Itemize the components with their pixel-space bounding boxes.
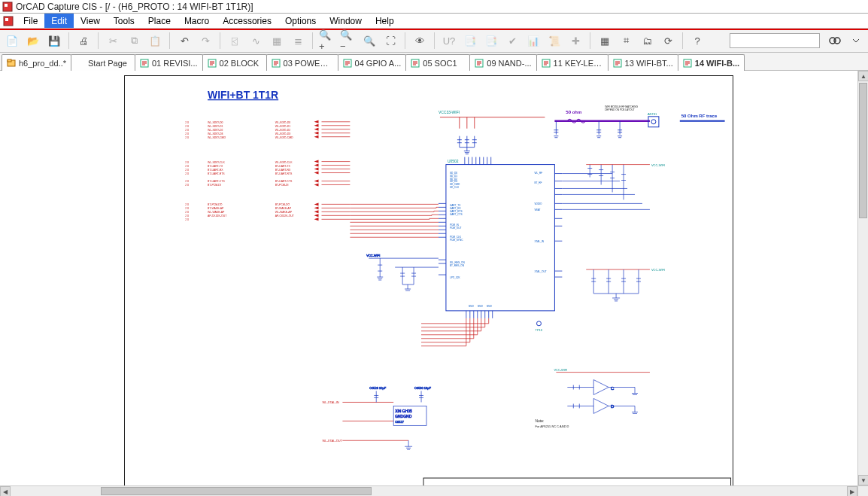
svg-text:BT_REG_ON: BT_REG_ON [450, 264, 465, 267]
tab-9[interactable]: 13 WIFI-BT... [608, 54, 678, 71]
search-input[interactable] [730, 33, 820, 48]
menu-tools[interactable]: Tools [107, 14, 141, 28]
svg-text:WL-SDIO-CLK: WL-SDIO-CLK [275, 161, 293, 164]
svg-text:2 0: 2 0 [185, 169, 189, 172]
schematic-page-icon [272, 59, 281, 68]
app-icon [2, 2, 13, 12]
menu-file[interactable]: File [17, 14, 44, 28]
svg-text:WL-SDIO-D1: WL-SDIO-D1 [208, 125, 223, 128]
svg-text:WL-SDIO-D3: WL-SDIO-D3 [208, 132, 223, 135]
annotate-icon: 📑 [461, 32, 479, 50]
project-icon[interactable]: 🗂 [638, 32, 656, 50]
tab-0[interactable]: h6_pro_dd..* [2, 54, 71, 71]
help-icon[interactable]: ? [688, 32, 706, 50]
vertical-scrollbar[interactable]: ▲ ▼ [857, 71, 868, 485]
menu-help[interactable]: Help [369, 14, 401, 28]
svg-rect-152 [423, 478, 731, 485]
svg-text:BT-UART-RX: BT-UART-RX [208, 169, 223, 172]
menu-view[interactable]: View [74, 14, 107, 28]
schematic-page-icon [140, 59, 149, 68]
window-title: OrCAD Capture CIS - [/ - (H6_PROTO : 14 … [16, 2, 253, 12]
svg-text:BT-UART-TX: BT-UART-TX [208, 165, 223, 168]
schematic-page-icon [208, 59, 217, 68]
svg-text:PCM_SYNC: PCM_SYNC [450, 239, 463, 242]
scroll-up-icon[interactable]: ▲ [858, 71, 868, 81]
print-icon[interactable]: 🖨 [74, 32, 93, 50]
svg-text:C0529 10pF: C0529 10pF [369, 386, 386, 390]
svg-rect-58 [648, 117, 659, 127]
scroll-right-icon[interactable]: ▶ [847, 486, 857, 496]
svg-text:2 0: 2 0 [185, 165, 189, 168]
undo-icon[interactable]: ↶ [175, 32, 193, 50]
zoom-out-icon[interactable]: 🔍− [339, 32, 357, 50]
new-icon[interactable]: 📄 [3, 32, 21, 50]
h-scroll-thumb[interactable] [101, 487, 372, 495]
scroll-left-icon[interactable]: ◀ [0, 486, 11, 496]
zoom-area-icon[interactable]: 🔍 [360, 32, 378, 50]
bom-icon: 📊 [524, 32, 542, 50]
svg-text:PCM_OUT: PCM_OUT [450, 227, 462, 230]
menu-macro[interactable]: Macro [178, 14, 216, 28]
tab-8[interactable]: 11 KEY-LED... [536, 54, 609, 71]
tab-label: h6_pro_dd..* [19, 59, 66, 68]
schematic-page-icon [542, 59, 551, 68]
svg-point-59 [651, 120, 656, 124]
horizontal-scrollbar[interactable]: ◀ ▶ [0, 485, 857, 496]
menu-options[interactable]: Options [278, 14, 323, 28]
grid-icon[interactable]: ▦ [596, 32, 614, 50]
tab-2[interactable]: 01 REVISI... [135, 54, 203, 71]
svg-rect-7 [8, 59, 11, 62]
schematic-canvas[interactable]: WIFI+BT 1T1R U0502 [0, 71, 857, 485]
tab-1[interactable]: Start Page [71, 54, 135, 71]
tab-4[interactable]: 03 POWER ... [266, 54, 338, 71]
menu-accessories[interactable]: Accessories [216, 14, 278, 28]
svg-text:2 0: 2 0 [185, 215, 189, 218]
app-menu-icon[interactable] [0, 14, 17, 28]
menu-place[interactable]: Place [141, 14, 178, 28]
tab-3[interactable]: 02 BLOCK [202, 54, 267, 71]
tab-label: 03 POWER ... [284, 59, 333, 68]
svg-text:BT-PCM-DI: BT-PCM-DI [275, 184, 289, 187]
note-title: Note: [535, 418, 544, 423]
snap-icon[interactable]: ⌗ [617, 32, 635, 50]
schematic-page-icon [411, 59, 420, 68]
svg-text:D: D [611, 404, 615, 409]
menu-edit[interactable]: Edit [44, 14, 74, 28]
zoom-in-icon[interactable]: 🔍+ [318, 32, 336, 50]
sd-bus-wires [322, 122, 351, 220]
binoculars-icon[interactable] [826, 32, 844, 50]
save-icon[interactable]: 💾 [45, 32, 63, 50]
scroll-down-icon[interactable]: ▼ [858, 475, 868, 485]
svg-text:WL-XTAL-IN: WL-XTAL-IN [323, 400, 339, 404]
view-icon[interactable]: 👁 [411, 32, 429, 50]
main-toolbar: 📄📂💾🖨✂⧉📋↶↷⍃∿▦≣🔍+🔍−🔍⛶👁U?📑📑✔📊📜✚▦⌗🗂⟳? [0, 29, 868, 53]
title-block: AllWinner Technology Co.,Ltd [423, 478, 731, 485]
back-annotate-icon: 📑 [482, 32, 500, 50]
tab-label: 14 WIFI-B... [695, 59, 739, 68]
tab-5[interactable]: 04 GPIO A... [338, 54, 407, 71]
tab-label: 05 SOC1 [423, 59, 465, 68]
svg-text:VBAT: VBAT [534, 208, 540, 211]
macro-icon[interactable]: ⟳ [659, 32, 677, 50]
v-scroll-thumb[interactable] [859, 83, 867, 218]
tab-label: 01 REVISI... [152, 59, 198, 68]
svg-text:2 0: 2 0 [185, 121, 189, 124]
open-icon[interactable]: 📂 [24, 32, 42, 50]
project-icon [7, 59, 16, 68]
schematic-page-icon [475, 59, 484, 68]
menu-window[interactable]: Window [323, 14, 369, 28]
tab-7[interactable]: 09 NAND-... [469, 54, 536, 71]
svg-text:WL-SDIO-CLK: WL-SDIO-CLK [208, 161, 225, 164]
dropdown-icon[interactable] [847, 32, 865, 50]
svg-text:WL-SDIO-D0: WL-SDIO-D0 [275, 121, 290, 124]
svg-text:2 0: 2 0 [185, 207, 189, 210]
svg-text:2 0: 2 0 [185, 203, 189, 206]
svg-text:XTAL_OUT: XTAL_OUT [534, 270, 546, 273]
tab-6[interactable]: 05 SOC1 [405, 54, 470, 71]
svg-text:2 0: 2 0 [185, 132, 189, 135]
schematic-sheet: WIFI+BT 1T1R U0502 [124, 75, 733, 485]
label-50ohm: 50 ohm [566, 110, 581, 114]
zoom-fit-icon[interactable]: ⛶ [381, 32, 399, 50]
netlist-icon: 📜 [545, 32, 563, 50]
tab-10[interactable]: 14 WIFI-B... [678, 54, 745, 71]
